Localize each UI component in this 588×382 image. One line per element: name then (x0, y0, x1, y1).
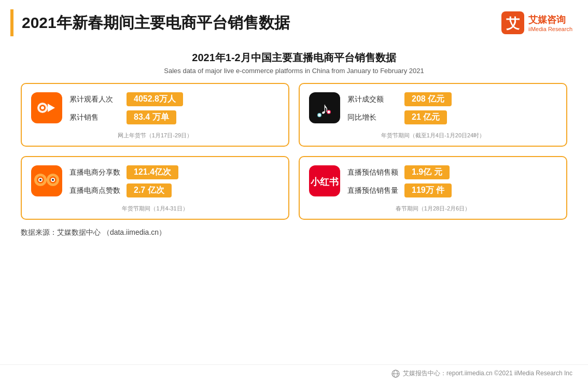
platform-logo-douyin: ♪ (309, 92, 340, 123)
stat-label: 直播电商点赞数 (69, 186, 121, 195)
card-footnote: 春节期间（1月28日-2月6日） (309, 205, 557, 213)
stat-label: 直播预估销售额 (347, 168, 399, 177)
svg-text:♪: ♪ (320, 99, 329, 118)
stat-value: 1.9亿 元 (404, 165, 450, 179)
card-kuaishou2: 直播电商分享数 121.4亿次 直播电商点赞数 2.7 亿次 年货节期间（1月4… (21, 156, 289, 220)
stat-value: 119万 件 (404, 183, 452, 197)
stat-row: 直播电商点赞数 2.7 亿次 (69, 183, 279, 197)
subtitle-cn: 2021年1-2月中国主要直播电商平台销售数据 (0, 51, 588, 65)
card-stats-kuaishou: 累计观看人次 4052.8万人 累计销售 83.4 万单 (69, 92, 279, 129)
card-douyin: ♪ 累计成交额 208 亿元 同比增长 21 亿元 年货节期间（截至1月4日-1… (299, 83, 567, 147)
platform-logo-xiaohongshu: 小红书 (309, 165, 340, 196)
card-stats-douyin: 累计成交额 208 亿元 同比增长 21 亿元 (347, 92, 557, 129)
stat-row: 累计成交额 208 亿元 (347, 92, 557, 106)
stat-value: 4052.8万人 (127, 92, 183, 106)
stat-value: 83.4 万单 (127, 110, 176, 124)
logo-area: 艾 艾媒咨询 iiMedia Research (501, 11, 572, 34)
stat-row: 直播预估销售额 1.9亿 元 (347, 165, 557, 179)
svg-point-12 (328, 111, 330, 114)
svg-point-5 (41, 106, 44, 109)
brand-name: 艾媒咨询 iiMedia Research (528, 13, 572, 32)
footer-right: 艾媒报告中心：report.iimedia.cn ©2021 iiMedia R… (391, 369, 572, 378)
globe-icon (391, 370, 400, 378)
svg-text:小红书: 小红书 (310, 177, 339, 187)
platform-logo-kuaishou2 (31, 165, 62, 196)
stat-value: 208 亿元 (404, 92, 452, 106)
subtitle-block: 2021年1-2月中国主要直播电商平台销售数据 Sales data of ma… (0, 51, 588, 75)
card-footnote: 年货节期间（截至1月4日-1月20日24时） (309, 132, 557, 139)
stat-row: 累计销售 83.4 万单 (69, 110, 279, 124)
stat-label: 累计成交额 (347, 95, 399, 104)
platform-logo-kuaishou (31, 92, 62, 123)
brand-en: iiMedia Research (528, 26, 572, 32)
stat-row: 同比增长 21 亿元 (347, 110, 557, 124)
stat-label: 直播电商分享数 (69, 168, 121, 177)
header-accent (10, 9, 13, 36)
stat-value: 21 亿元 (404, 110, 447, 124)
stat-label: 同比增长 (347, 113, 399, 122)
card-footnote: 网上年货节（1月17日-29日） (31, 132, 279, 139)
footer-text: 艾媒报告中心：report.iimedia.cn ©2021 iiMedia R… (403, 369, 572, 378)
footer: 艾媒报告中心：report.iimedia.cn ©2021 iiMedia R… (0, 364, 588, 382)
svg-text:艾: 艾 (506, 16, 520, 31)
page-title: 2021年新春期间主要电商平台销售数据 (22, 12, 501, 34)
card-stats-xiaohongshu: 直播预估销售额 1.9亿 元 直播预估销售量 119万 件 (347, 165, 557, 202)
subtitle-en: Sales data of major live e-commerce plat… (0, 67, 588, 75)
stat-row: 直播电商分享数 121.4亿次 (69, 165, 279, 179)
stat-row: 直播预估销售量 119万 件 (347, 183, 557, 197)
card-footnote: 年货节期间（1月4-31日） (31, 205, 279, 213)
stat-value: 2.7 亿次 (127, 183, 172, 197)
stat-row: 累计观看人次 4052.8万人 (69, 92, 279, 106)
svg-point-11 (318, 114, 321, 117)
svg-point-21 (52, 179, 54, 181)
stat-label: 直播预估销售量 (347, 186, 399, 195)
card-kuaishou: 累计观看人次 4052.8万人 累计销售 83.4 万单 网上年货节（1月17日… (21, 83, 289, 147)
stat-label: 累计销售 (69, 113, 121, 122)
svg-point-20 (39, 179, 41, 181)
card-stats-kuaishou2: 直播电商分享数 121.4亿次 直播电商点赞数 2.7 亿次 (69, 165, 279, 202)
brand-cn: 艾媒咨询 (528, 13, 572, 26)
card-xiaohongshu: 小红书 直播预估销售额 1.9亿 元 直播预估销售量 119万 件 春节期间（1… (299, 156, 567, 220)
data-source: 数据来源：艾媒数据中心 （data.iimedia.cn） (0, 220, 588, 239)
cards-grid: 累计观看人次 4052.8万人 累计销售 83.4 万单 网上年货节（1月17日… (0, 83, 588, 220)
stat-label: 累计观看人次 (69, 95, 121, 104)
stat-value: 121.4亿次 (127, 165, 178, 179)
brand-logo-icon: 艾 (501, 11, 524, 34)
header: 2021年新春期间主要电商平台销售数据 艾 艾媒咨询 iiMedia Resea… (0, 0, 588, 41)
